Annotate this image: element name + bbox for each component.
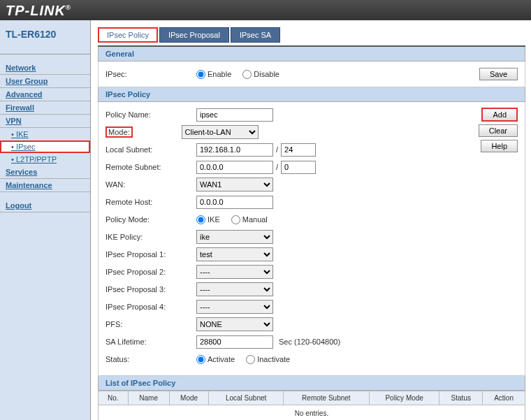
input-policy-name[interactable] — [196, 108, 273, 122]
label-prop3: IPsec Proposal 3: — [106, 285, 196, 294]
nav-advanced[interactable]: Advanced — [0, 88, 90, 101]
radio-ike[interactable]: IKE — [196, 215, 220, 224]
policy-table: No. Name Mode Local Subnet Remote Subnet… — [98, 391, 525, 420]
section-policy-head: IPsec Policy — [98, 87, 525, 102]
label-ike-policy: IKE Policy: — [106, 233, 196, 241]
radio-manual[interactable]: Manual — [231, 215, 268, 224]
nav-maintenance[interactable]: Maintenance — [0, 179, 90, 192]
th-action: Action — [483, 391, 525, 405]
input-local-mask[interactable] — [281, 143, 316, 157]
clear-button[interactable]: Clear — [479, 124, 518, 137]
tabs: IPsec Policy IPsec Proposal IPsec SA — [98, 27, 525, 43]
tab-ipsec-sa[interactable]: IPsec SA — [231, 27, 280, 43]
input-remote-subnet[interactable] — [196, 161, 273, 174]
th-remote: Remote Subnet — [283, 391, 369, 405]
save-button[interactable]: Save — [479, 68, 518, 80]
model-name: TL-ER6120 — [0, 20, 90, 55]
label-remote-host: Remote Host: — [106, 198, 196, 206]
nav-logout[interactable]: Logout — [0, 199, 90, 212]
tab-ipsec-policy[interactable]: IPsec Policy — [98, 27, 158, 43]
label-prop1: IPsec Proposal 1: — [106, 250, 196, 259]
nav-firewall[interactable]: Firewall — [0, 101, 90, 115]
table-empty: No entries. — [99, 405, 525, 421]
select-prop2[interactable]: ---- — [196, 265, 273, 279]
label-mode: Mode: — [106, 126, 133, 138]
label-ipsec: IPsec: — [106, 70, 196, 78]
label-wan: WAN: — [106, 180, 196, 189]
select-ike-policy[interactable]: ike — [196, 230, 273, 244]
nav-services[interactable]: Services — [0, 166, 90, 179]
label-prop4: IPsec Proposal 4: — [106, 303, 196, 311]
radio-disable[interactable]: Disable — [242, 70, 279, 79]
radio-enable[interactable]: Enable — [196, 70, 231, 79]
tab-ipsec-proposal[interactable]: IPsec Proposal — [159, 27, 229, 43]
input-local-subnet[interactable] — [196, 143, 273, 157]
label-policy-name: Policy Name: — [106, 110, 196, 119]
nav-l2tp[interactable]: • L2TP/PPTP — [0, 153, 90, 166]
nav: Network User Group Advanced Firewall VPN… — [0, 55, 90, 212]
header: TP-LINK® — [0, 0, 531, 20]
label-sa-lifetime: SA Lifetime: — [106, 338, 196, 346]
label-pfs: PFS: — [106, 320, 196, 328]
th-name: Name — [128, 391, 169, 405]
th-status: Status — [439, 391, 483, 405]
help-button[interactable]: Help — [481, 140, 518, 152]
input-remote-mask[interactable] — [281, 161, 316, 174]
nav-network[interactable]: Network — [0, 61, 90, 75]
select-prop3[interactable]: ---- — [196, 282, 273, 296]
section-list-head: List of IPsec Policy — [98, 376, 525, 391]
select-mode[interactable]: Client-to-LAN — [182, 125, 259, 139]
input-sa-lifetime[interactable] — [196, 335, 273, 349]
nav-ike[interactable]: • IKE — [0, 128, 90, 140]
section-general-head: General — [98, 47, 525, 61]
nav-ipsec[interactable]: • IPsec — [0, 140, 90, 153]
select-prop1[interactable]: test — [196, 247, 273, 261]
label-policy-mode: Policy Mode: — [106, 215, 196, 224]
th-no: No. — [99, 391, 129, 405]
label-prop2: IPsec Proposal 2: — [106, 268, 196, 276]
th-local: Local Subnet — [209, 391, 283, 405]
sidebar: TL-ER6120 Network User Group Advanced Fi… — [0, 20, 91, 420]
sa-lifetime-hint: Sec (120-604800) — [279, 338, 340, 346]
brand-logo: TP-LINK® — [6, 3, 71, 18]
select-pfs[interactable]: NONE — [196, 317, 273, 331]
nav-usergroup[interactable]: User Group — [0, 75, 90, 88]
nav-vpn[interactable]: VPN — [0, 115, 90, 128]
select-prop4[interactable]: ---- — [196, 300, 273, 314]
radio-inactivate[interactable]: Inactivate — [246, 355, 290, 364]
add-button[interactable]: Add — [481, 108, 518, 122]
th-pmode: Policy Mode — [369, 391, 439, 405]
th-mode: Mode — [169, 391, 209, 405]
label-remote-subnet: Remote Subnet: — [106, 163, 196, 171]
label-status: Status: — [106, 355, 196, 363]
label-local-subnet: Local Subnet: — [106, 145, 196, 154]
main: IPsec Policy IPsec Proposal IPsec SA Gen… — [91, 20, 531, 420]
input-remote-host[interactable] — [196, 196, 273, 209]
radio-activate[interactable]: Activate — [196, 355, 235, 364]
select-wan[interactable]: WAN1 — [196, 178, 273, 191]
